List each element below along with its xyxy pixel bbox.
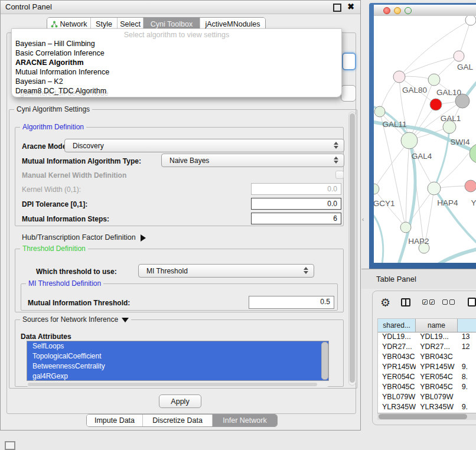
network-edge[interactable] (434, 154, 468, 188)
dropdown-item[interactable]: Bayesian – Hill Climbing (14, 39, 339, 48)
table-cell: YBR043C (416, 353, 457, 363)
settings-vertical-scrollbar[interactable] (348, 112, 356, 386)
gear-icon[interactable]: ⚙ (380, 296, 390, 309)
network-node-label: GAL4 (412, 152, 432, 161)
network-node[interactable] (374, 184, 379, 194)
tab-impute-data[interactable]: Impute Data (87, 415, 143, 426)
data-attributes-list[interactable]: SelfLoopsTopologicalCoefficientBetweenne… (27, 341, 329, 381)
network-canvas[interactable]: GALGAL80GAL10GAL11GAL1GAL4SWI4GCY1HAP4YH… (374, 16, 476, 263)
scrollbar-thumb[interactable] (379, 414, 467, 419)
table-cell: 9. (458, 383, 476, 393)
hub-definition-toggle[interactable]: Hub/Transcription Factor Definition (22, 233, 146, 242)
attribute-list-item[interactable]: TopologicalCoefficient (27, 351, 328, 361)
network-node[interactable] (400, 222, 411, 233)
group-title: Threshold Definition (20, 244, 88, 253)
attributes-scrollbar[interactable] (321, 342, 328, 380)
network-node[interactable] (393, 71, 405, 83)
table-row[interactable]: YER054CYER054C8. (378, 373, 476, 383)
table-cell: YDR27... (378, 343, 416, 353)
dropdown-item[interactable]: Basic Correlation Inference (14, 48, 339, 58)
network-node[interactable] (465, 16, 476, 25)
zoom-traffic-light[interactable] (405, 7, 412, 14)
dropdown-item[interactable]: ARACNE Algorithm (14, 58, 339, 67)
table-cell: YDR27... (416, 343, 457, 353)
network-edge[interactable] (374, 141, 409, 189)
attribute-list-item[interactable]: BetweennessCentrality (27, 361, 328, 371)
network-node[interactable] (428, 74, 440, 86)
network-window-titlebar (374, 5, 476, 17)
table-body: YDL19...YDL19...13YDR27...YDR27...12YBR0… (378, 332, 476, 420)
attribute-list-item[interactable]: SelfLoops (27, 341, 328, 351)
network-node[interactable] (428, 182, 441, 195)
deselect-all-checks-icon[interactable] (442, 299, 455, 305)
table-row[interactable]: YBL079WYBL079W (378, 393, 476, 403)
apply-button[interactable]: Apply (159, 394, 201, 408)
column-header-partial[interactable] (458, 319, 476, 332)
attribute-list-item[interactable]: gal4RGexp (27, 371, 328, 381)
table-row[interactable]: YDL19...YDL19...13 (378, 332, 476, 343)
mi-threshold-input[interactable]: 0.5 (249, 296, 334, 309)
focused-combo-fragment (342, 53, 356, 70)
float-window-icon[interactable] (333, 4, 341, 12)
kernel-width-input[interactable]: 0.0 (251, 183, 341, 195)
table-row[interactable]: YDR27...YDR27...12 (378, 343, 476, 353)
select-all-checks-icon[interactable]: ✓✓ (422, 299, 435, 305)
network-node[interactable] (465, 180, 476, 192)
ghost-text: gal4filtered.sif default node (20, 89, 108, 97)
close-icon[interactable]: ✖ (347, 2, 354, 11)
scrollbar-thumb[interactable] (28, 383, 317, 386)
network-edge[interactable] (374, 189, 406, 227)
table-cell: YLR345W (378, 403, 416, 413)
attributes-hscrollbar[interactable] (27, 382, 329, 387)
dropdown-item[interactable]: Bayesian – K2 (14, 77, 339, 86)
selected-value: Discovery (73, 142, 104, 150)
node-table: shared... name YDL19...YDL19...13YDR27..… (377, 318, 476, 420)
mi-type-select[interactable]: Naive Bayes (161, 154, 344, 167)
network-node[interactable] (374, 106, 385, 117)
panel-splitter-handle[interactable]: ‹ (362, 216, 364, 223)
collapse-arrow-icon (122, 318, 129, 322)
network-edge-highlighted[interactable] (374, 211, 383, 263)
table-row[interactable]: YPR145WYPR145W9. (378, 363, 476, 373)
manual-kernel-checkbox[interactable] (335, 171, 344, 179)
dropdown-item[interactable]: Mutual Information Inference (14, 67, 339, 77)
tab-label: Network (60, 20, 87, 28)
collapsed-panel-icon[interactable] (5, 441, 15, 450)
dpi-tolerance-input[interactable]: 0.0 (251, 198, 341, 210)
network-edge[interactable] (399, 56, 459, 77)
table-row[interactable]: YBR045CYBR045C9. (378, 383, 476, 393)
table-row[interactable]: YBR043CYBR043C (378, 353, 476, 363)
scrollbar-thumb[interactable] (350, 113, 355, 383)
tab-infer-network[interactable]: Infer Network (213, 415, 277, 426)
group-title: MI Threshold Definition (26, 279, 103, 288)
network-node[interactable] (470, 144, 476, 163)
table-cell: YDL19... (416, 332, 457, 343)
table-hscrollbar[interactable] (377, 413, 476, 420)
network-node[interactable] (430, 99, 442, 110)
table-row[interactable]: YLR345WYLR345W9. (378, 403, 476, 413)
aracne-mode-select[interactable]: Discovery (64, 139, 344, 152)
which-threshold-select[interactable]: MI Threshold (138, 264, 314, 278)
column-header-shared-name[interactable]: shared... (378, 319, 416, 332)
close-traffic-light[interactable] (383, 7, 390, 14)
window-title: Control Panel (5, 2, 52, 11)
table-cell: YPR145W (378, 363, 416, 373)
split-columns-icon[interactable] (401, 298, 410, 306)
network-edge-highlighted[interactable] (439, 246, 476, 263)
kernel-width-label: Kernel Width (0,1): (22, 185, 81, 194)
network-node-label: GAL11 (382, 120, 406, 129)
network-node[interactable] (454, 51, 464, 61)
network-node-label: GAL1 (441, 114, 461, 123)
new-table-icon[interactable] (468, 298, 476, 306)
network-node[interactable] (401, 132, 418, 149)
mi-steps-input[interactable]: 6 (251, 213, 341, 224)
sources-title[interactable]: Sources for Network Inference (20, 315, 131, 324)
table-cell (458, 353, 476, 363)
tab-discretize-data[interactable]: Discretize Data (143, 415, 213, 426)
algorithm-dropdown[interactable]: Select algorithm to view settings Bayesi… (11, 28, 342, 97)
network-edge[interactable] (406, 141, 409, 227)
column-header-name[interactable]: name (416, 319, 458, 332)
spinner-icon (334, 142, 338, 149)
minimize-traffic-light[interactable] (394, 7, 401, 14)
mi-steps-label: Mutual Information Steps: (22, 215, 109, 223)
